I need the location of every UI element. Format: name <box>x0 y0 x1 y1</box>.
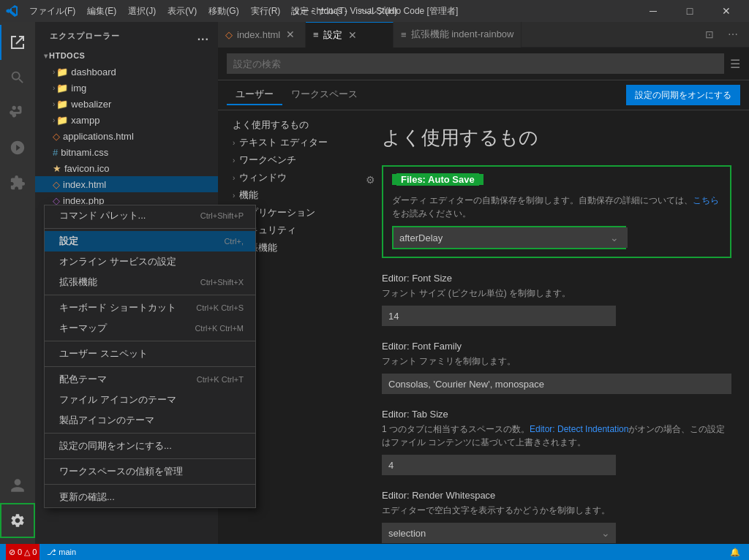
activity-bar-item-search[interactable] <box>0 60 35 95</box>
status-errors[interactable]: ⊘ 0 △ 0 <box>6 544 39 560</box>
file-favicon-ico[interactable]: ★ favicon.ico <box>35 160 218 176</box>
title-bar-title: 設定 - htdocs - Visual Studio Code [管理者] <box>291 5 459 18</box>
settings-nav-item-workbench[interactable]: › ワークベンチ <box>218 151 364 169</box>
sync-settings-button[interactable]: 設定の同期をオンにする <box>626 85 740 105</box>
menu-file[interactable]: ファイル(F) <box>23 2 81 20</box>
settings-nav-item-window[interactable]: › ウィンドウ <box>218 169 364 186</box>
menu-item-check-updates[interactable]: 更新の確認... <box>45 487 255 507</box>
tab-index-html[interactable]: ◇ index.html ✕ <box>218 22 306 48</box>
title-bar: ファイル(F) 編集(E) 選択(J) 表示(V) 移動(G) 実行(R) ター… <box>0 0 749 22</box>
tab-close-index-html[interactable]: ✕ <box>285 27 296 42</box>
activity-bar-item-extensions[interactable] <box>0 165 35 200</box>
tab-indent-rainbow[interactable]: ≡ 拡張機能 indent-rainbow <box>394 22 522 48</box>
settings-tabs-row: ユーザー ワークスペース 設定の同期をオンにする <box>218 80 749 110</box>
settings-panel: ☰ ユーザー ワークスペース 設定の同期をオンにする よく使用するもの <box>218 48 749 544</box>
file-index-html[interactable]: ◇ index.html <box>35 176 218 192</box>
settings-tab-workspace[interactable]: ワークスペース <box>282 85 366 105</box>
tab-label-settings: 設定 <box>323 29 342 42</box>
setting-item-font-family: Editor: Font Family フォント ファミリを制御します。 <box>382 341 731 394</box>
setting-desc-tab-size: 1 つのタブに相当するスペースの数。Editor: Detect Indenta… <box>382 423 731 449</box>
menu-item-user-snippets[interactable]: ユーザー スニペット <box>45 344 255 364</box>
activity-bar-item-account[interactable] <box>0 468 35 503</box>
setting-item-tab-size: Editor: Tab Size 1 つのタブに相当するスペースの数。Edito… <box>382 409 731 475</box>
folder-xampp[interactable]: › 📁 xampp <box>35 112 218 128</box>
settings-list-view-button[interactable]: ☰ <box>730 57 740 71</box>
setting-item-font-size: Editor: Font Size フォント サイズ (ピクセル単位) を制御し… <box>382 273 731 326</box>
activity-bar-item-debug[interactable] <box>0 130 35 165</box>
error-icon: ⊘ <box>9 548 15 557</box>
menu-item-command-palette[interactable]: コマンド パレット... Ctrl+Shift+P <box>45 205 255 226</box>
settings-nav-item-commonly-used[interactable]: よく使用するもの <box>218 116 364 134</box>
settings-nav-item-text-editor[interactable]: › テキスト エディター <box>218 134 364 151</box>
menu-select[interactable]: 選択(J) <box>122 2 162 20</box>
menu-item-keyboard-shortcuts[interactable]: キーボード ショートカット Ctrl+K Ctrl+S <box>45 298 255 318</box>
settings-nav-label-window: ウィンドウ <box>239 171 287 184</box>
tab-close-settings[interactable]: ✕ <box>347 28 358 42</box>
warning-count: 0 <box>32 548 37 556</box>
setting-desc-render-whitespace: エディターで空白文字を表示するかどうかを制御します。 <box>382 504 731 517</box>
chevron-right-icon-3: › <box>233 174 235 182</box>
setting-label-render-whitespace: Editor: Render Whitespace <box>382 490 731 501</box>
maximize-button[interactable]: □ <box>673 0 707 22</box>
detect-indentation-link[interactable]: Editor: Detect Indentation <box>530 424 628 434</box>
settings-search-input[interactable] <box>227 53 724 74</box>
status-notification-bell[interactable]: 🔔 <box>727 544 743 560</box>
folder-htdocs[interactable]: ▾ HTDOCS <box>35 48 218 64</box>
tab-settings[interactable]: ≡ 設定 ✕ <box>306 22 394 48</box>
setting-desc-font-family: フォント ファミリを制御します。 <box>382 355 731 368</box>
chevron-right-icon-2: › <box>233 156 235 164</box>
setting-item-render-whitespace: Editor: Render Whitespace エディターで空白文字を表示す… <box>382 490 731 543</box>
menu-item-online-services[interactable]: オンライン サービスの設定 <box>45 251 255 272</box>
setting-label-tab-size: Editor: Tab Size <box>382 409 731 420</box>
auto-save-link[interactable]: こちら <box>693 195 719 205</box>
settings-tab-user[interactable]: ユーザー <box>227 85 282 105</box>
setting-label-font-family: Editor: Font Family <box>382 341 731 352</box>
font-family-input[interactable] <box>382 374 731 394</box>
file-bitnami-css[interactable]: # bitnami.css <box>35 144 218 160</box>
close-button[interactable]: ✕ <box>710 0 743 22</box>
folder-webalizer[interactable]: › 📁 webalizer <box>35 96 218 112</box>
tab-bar: ◇ index.html ✕ ≡ 設定 ✕ ≡ 拡張機能 indent-rain… <box>218 22 749 48</box>
tab-icon-settings: ≡ <box>313 29 319 40</box>
activity-bar-item-settings[interactable] <box>0 503 35 538</box>
menu-item-color-theme[interactable]: 配色テーマ Ctrl+K Ctrl+T <box>45 369 255 390</box>
tab-label-indent-rainbow: 拡張機能 indent-rainbow <box>411 28 514 41</box>
menu-item-extensions[interactable]: 拡張機能 Ctrl+Shift+X <box>45 272 255 292</box>
status-branch[interactable]: ⎇ main <box>44 544 79 560</box>
settings-search-bar: ☰ <box>218 48 749 80</box>
minimize-button[interactable]: ─ <box>636 0 670 22</box>
menu-item-product-icon-theme[interactable]: 製品アイコンのテーマ <box>45 410 255 431</box>
render-whitespace-dropdown[interactable]: selection <box>382 523 616 543</box>
menu-run[interactable]: 実行(R) <box>245 2 287 20</box>
settings-main: よく使用するもの ⚙ Files: Auto Save ダーティ エディターの自… <box>364 110 749 544</box>
menu-item-file-icon-theme[interactable]: ファイル アイコンのテーマ <box>45 390 255 410</box>
activity-bar <box>0 22 35 544</box>
menu-item-settings[interactable]: 設定 Ctrl+, <box>45 231 255 251</box>
settings-nav-label-features: 機能 <box>239 189 258 202</box>
activity-bar-item-source-control[interactable] <box>0 95 35 130</box>
settings-nav-item-features[interactable]: › 機能 <box>218 186 364 204</box>
setting-label-auto-save: Files: Auto Save <box>392 174 483 185</box>
sidebar-more-button[interactable]: ... <box>197 30 209 43</box>
folder-img[interactable]: › 📁 img <box>35 80 218 96</box>
chevron-right-icon: › <box>233 139 235 147</box>
menu-view[interactable]: 表示(V) <box>162 2 203 20</box>
split-editor-button[interactable]: ⊡ <box>699 24 720 45</box>
menu-item-manage-trust[interactable]: ワークスペースの信頼を管理 <box>45 461 255 482</box>
error-count: 0 <box>18 548 22 556</box>
file-applications-html[interactable]: ◇ applications.html <box>35 128 218 144</box>
auto-save-dropdown[interactable]: afterDelay <box>394 227 628 248</box>
activity-bar-item-explorer[interactable] <box>0 25 35 60</box>
menu-item-sync-settings[interactable]: 設定の同期をオンにする... <box>45 436 255 456</box>
setting-desc-font-size: フォント サイズ (ピクセル単位) を制御します。 <box>382 287 731 300</box>
tab-size-input[interactable] <box>382 455 616 475</box>
menu-go[interactable]: 移動(G) <box>203 2 244 20</box>
settings-nav-label-text-editor: テキスト エディター <box>239 136 328 149</box>
font-size-input[interactable] <box>382 306 616 326</box>
settings-nav-label-workbench: ワークベンチ <box>239 154 296 167</box>
more-actions-button[interactable]: ⋯ <box>723 24 743 45</box>
folder-dashboard[interactable]: › 📁 dashboard <box>35 64 218 80</box>
auto-save-gear-icon[interactable]: ⚙ <box>366 174 375 186</box>
menu-edit[interactable]: 編集(E) <box>81 2 122 20</box>
menu-item-keymaps[interactable]: キーマップ Ctrl+K Ctrl+M <box>45 318 255 338</box>
